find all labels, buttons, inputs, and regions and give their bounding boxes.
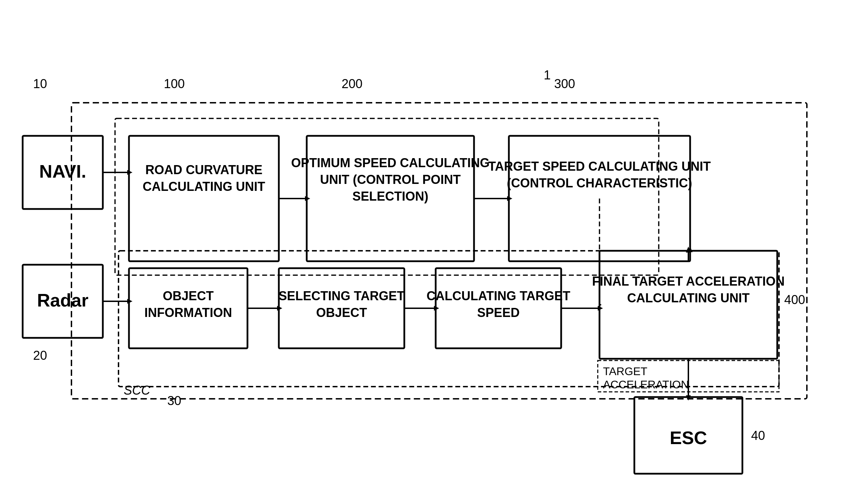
svg-text:NAVI.: NAVI.	[39, 161, 86, 181]
diagram: NAVI. Radar ROAD CURVATURE CALCULATING U…	[0, 0, 848, 504]
ref-30: 30	[167, 394, 181, 408]
svg-text:(CONTROL CHARACTERISTIC): (CONTROL CHARACTERISTIC)	[507, 176, 692, 190]
svg-text:CALCULATING UNIT: CALCULATING UNIT	[143, 179, 265, 194]
ref-20: 20	[33, 348, 47, 363]
ref-40: 40	[751, 428, 765, 443]
ref-200: 200	[342, 77, 362, 91]
scc-label: SCC	[124, 383, 150, 398]
svg-text:ROAD CURVATURE: ROAD CURVATURE	[145, 163, 262, 177]
ref-400: 400	[784, 293, 805, 307]
target-acceleration-label: TARGETACCELERATION	[603, 365, 689, 391]
ref-1: 1	[544, 68, 551, 83]
svg-text:UNIT (CONTROL POINT: UNIT (CONTROL POINT	[320, 172, 460, 187]
svg-text:SPEED: SPEED	[477, 305, 520, 320]
svg-text:CALCULATING UNIT: CALCULATING UNIT	[627, 291, 749, 305]
svg-rect-6	[129, 136, 279, 261]
svg-text:CALCULATING TARGET: CALCULATING TARGET	[427, 289, 571, 303]
svg-text:Radar: Radar	[37, 290, 88, 310]
svg-text:SELECTION): SELECTION)	[352, 189, 428, 203]
ref-300: 300	[554, 77, 575, 91]
ref-10: 10	[33, 77, 47, 91]
svg-text:ESC: ESC	[670, 428, 707, 448]
svg-text:FINAL TARGET ACCELERATION: FINAL TARGET ACCELERATION	[592, 274, 785, 288]
ref-100: 100	[164, 77, 185, 91]
svg-text:INFORMATION: INFORMATION	[144, 305, 232, 320]
svg-text:OBJECT: OBJECT	[163, 289, 214, 303]
svg-text:SELECTING TARGET: SELECTING TARGET	[278, 289, 404, 303]
svg-text:OBJECT: OBJECT	[316, 305, 367, 320]
svg-text:OPTIMUM SPEED CALCULATING: OPTIMUM SPEED CALCULATING	[291, 156, 489, 170]
svg-text:TARGET SPEED CALCULATING UNIT: TARGET SPEED CALCULATING UNIT	[488, 159, 711, 173]
